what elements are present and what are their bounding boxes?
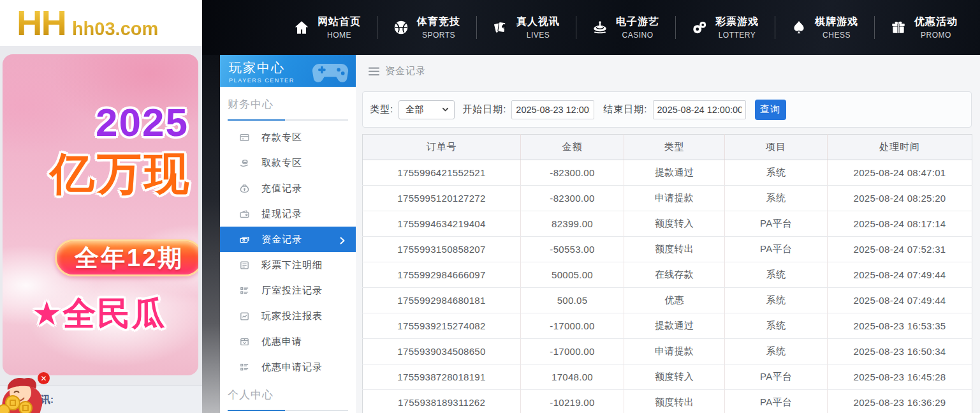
- search-button[interactable]: 查询: [755, 100, 786, 120]
- left-column: 2025 亿万现 全年12期 ★全民瓜 ✕ 快讯:: [0, 46, 202, 413]
- sidebar-item-label: 取款专区: [261, 157, 302, 169]
- nav-item-home[interactable]: 网站首页HOME: [277, 0, 377, 55]
- nav-label-zh: 真人视讯: [516, 15, 560, 29]
- nav-item-casino[interactable]: 电子游艺CASINO: [576, 0, 675, 55]
- nav-item-text: 彩票游戏LOTTERY: [715, 15, 759, 40]
- nav-label-en: HOME: [318, 31, 361, 40]
- breadcrumb-title: 资金记录: [385, 65, 426, 77]
- background-strip: [202, 55, 220, 413]
- table-row: 1755992984680181500.05优惠系统2025-08-24 07:…: [363, 288, 972, 313]
- mascot-image: [0, 373, 57, 413]
- table-cell: -10219.00: [521, 390, 624, 413]
- table-cell: 优惠: [624, 288, 725, 313]
- table-cell: 1755938189311262: [363, 390, 521, 413]
- sidebar-item-withdrawal-records[interactable]: 提现记录: [220, 201, 356, 227]
- nav-item-text: 棋牌游戏CHESS: [815, 15, 858, 40]
- sidebar-item-lottery-bet-details[interactable]: 彩票下注明细: [220, 252, 356, 278]
- nav-label-en: CHESS: [815, 31, 858, 40]
- table-cell: 2025-08-24 07:49:44: [828, 262, 972, 288]
- sidebar-item-label: 玩家投注报表: [261, 310, 323, 322]
- nav-item-lottery[interactable]: 彩票游戏LOTTERY: [675, 0, 775, 55]
- sidebar-item-label: 提现记录: [261, 208, 302, 220]
- table-cell: 2025-08-23 16:50:34: [828, 339, 972, 364]
- table-row: 175599298466609750005.00在线存款系统2025-08-24…: [363, 262, 972, 288]
- sidebar-item-label: 充值记录: [261, 183, 302, 195]
- sidebar-item-player-bet-report[interactable]: 玩家投注报表: [220, 303, 356, 329]
- nav-label-zh: 优惠活动: [914, 15, 958, 29]
- sidebar-item-label: 存款专区: [261, 131, 302, 144]
- sidebar-item-promo-apply[interactable]: 优惠申请: [220, 329, 356, 354]
- recharge-icon: [239, 183, 250, 194]
- section-finance: 财务中心: [220, 87, 356, 112]
- nav-item-chess[interactable]: 棋牌游戏CHESS: [775, 0, 874, 55]
- nav-item-lives[interactable]: 真人视讯LIVES: [476, 0, 576, 55]
- logo-domain-text: hh03.com: [72, 19, 158, 40]
- table-cell: 2025-08-24 08:25:20: [828, 186, 972, 211]
- start-date-label: 开始日期:: [462, 103, 506, 116]
- nav-item-promo[interactable]: 优惠活动PROMO: [874, 0, 974, 55]
- sidebar-item-withdraw-zone[interactable]: 取款专区: [220, 150, 356, 176]
- top-nav: 网站首页HOME体育竞技SPORTS真人视讯LIVES电子游艺CASINO彩票游…: [202, 0, 980, 55]
- table-body: 1755996421552521-82300.00提款通过系统2025-08-2…: [363, 160, 972, 413]
- nav-label-en: CASINO: [616, 31, 659, 40]
- table-cell: 额度转入: [624, 211, 725, 237]
- sidebar-item-label: 优惠申请记录: [261, 361, 323, 373]
- sidebar-item-recharge-records[interactable]: 充值记录: [220, 176, 356, 201]
- lottery-bets-icon: [239, 260, 250, 271]
- section-finance-label: 财务中心: [228, 97, 356, 112]
- table-cell: 1755939215274082: [363, 313, 521, 339]
- table-cell: -82300.00: [521, 160, 624, 186]
- table-cell: 2025-08-24 08:17:14: [828, 211, 972, 237]
- logo[interactable]: HH hh03.com: [0, 0, 202, 46]
- sidebar-item-promo-apply-records[interactable]: 优惠申请记录: [220, 354, 356, 380]
- column-header: 金额: [521, 135, 624, 160]
- nav-label-zh: 体育竞技: [417, 15, 460, 29]
- end-date-label: 结束日期:: [603, 103, 647, 116]
- sidebar-menu: 存款专区取款专区充值记录提现记录资金记录彩票下注明细厅室投注记录玩家投注报表优惠…: [220, 121, 356, 380]
- sidebar-item-label: 优惠申请: [261, 336, 302, 348]
- table-cell: PA平台: [725, 390, 828, 413]
- column-header: 处理时间: [828, 135, 972, 160]
- chess-icon: [791, 19, 807, 36]
- sidebar-item-hall-bet-records[interactable]: 厅室投注记录: [220, 278, 356, 303]
- sidebar-item-deposit-zone[interactable]: 存款专区: [220, 124, 356, 150]
- table-row: 175599463421940482399.00额度转入PA平台2025-08-…: [363, 211, 972, 237]
- table-cell: 系统: [725, 313, 828, 339]
- table-cell: 系统: [725, 262, 828, 288]
- banner-subline-text: ★全民瓜: [32, 297, 166, 330]
- report-icon: [239, 311, 250, 322]
- table-cell: 1755993150858207: [363, 237, 521, 262]
- column-header: 订单号: [363, 135, 521, 160]
- table-cell: 2025-08-23 16:45:28: [828, 364, 972, 390]
- table-cell: 申请提款: [624, 186, 725, 211]
- table-cell: -50553.00: [521, 237, 624, 262]
- table-cell: 17048.00: [521, 364, 624, 390]
- lives-icon: [492, 19, 509, 36]
- banner-headline-text: 亿万现: [50, 151, 191, 196]
- type-select[interactable]: 全部: [399, 100, 455, 119]
- promo-record-icon: [239, 362, 250, 373]
- table-cell: 1755994634219404: [363, 211, 521, 237]
- table-cell: -17000.00: [521, 339, 624, 364]
- start-date-input[interactable]: [511, 100, 594, 119]
- promo-banner[interactable]: 2025 亿万现 全年12期 ★全民瓜: [3, 54, 198, 375]
- chevron-down-icon: [442, 106, 449, 113]
- nav-item-sports[interactable]: 体育竞技SPORTS: [377, 0, 476, 55]
- table-cell: 额度转出: [624, 237, 725, 262]
- withdraw-icon: [239, 158, 250, 169]
- sidebar: 玩家中心 PLAYERS CENTER 财务中心 存款专区取款专区充值记录提现记…: [220, 55, 356, 413]
- main-content: 资金记录 类型: 全部 开始日期: 结束日期: 查询 订单号金额类型项目处理时间…: [356, 55, 980, 413]
- sidebar-item-label: 厅室投注记录: [261, 285, 323, 297]
- section-personal: 个人中心: [220, 380, 356, 402]
- funds-table: 订单号金额类型项目处理时间 1755996421552521-82300.00提…: [362, 134, 972, 413]
- nav-label-en: LIVES: [516, 31, 560, 40]
- sidebar-header[interactable]: 玩家中心 PLAYERS CENTER: [220, 55, 356, 87]
- sidebar-item-funds-records[interactable]: 资金记录: [220, 227, 356, 252]
- menu-icon[interactable]: [369, 67, 379, 76]
- table-cell: 系统: [725, 160, 828, 186]
- banner-year-text: 2025: [96, 103, 189, 142]
- filter-bar: 类型: 全部 开始日期: 结束日期: 查询: [362, 91, 972, 128]
- end-date-input[interactable]: [653, 100, 746, 119]
- table-cell: -17000.00: [521, 313, 624, 339]
- table-cell: PA平台: [725, 211, 828, 237]
